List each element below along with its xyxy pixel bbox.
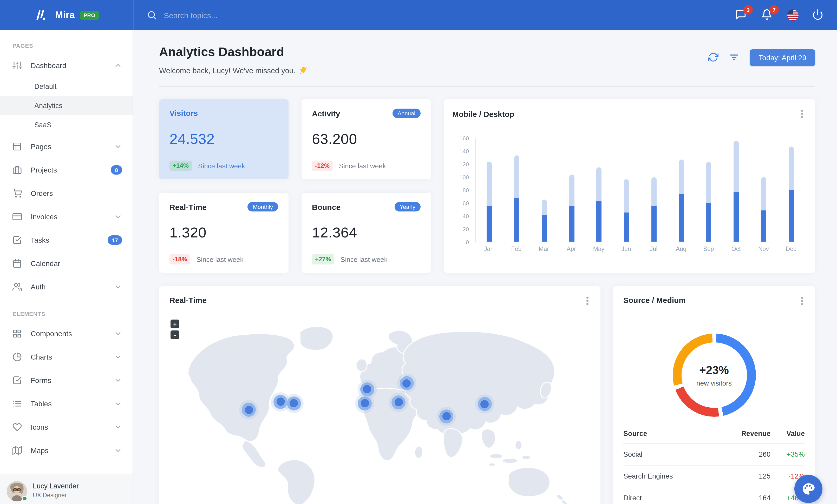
stat-caption: Since last week bbox=[197, 255, 244, 263]
sidebar-item-label: Forms bbox=[31, 376, 114, 384]
map-marker[interactable] bbox=[437, 407, 456, 426]
date-range-button[interactable]: Today: April 29 bbox=[750, 49, 815, 66]
brand[interactable]: Mira PRO bbox=[0, 9, 133, 21]
sidebar-item-label: Tables bbox=[31, 399, 114, 408]
revenue-cell: 125 bbox=[716, 465, 770, 487]
sidebar-item-projects[interactable]: Projects8 bbox=[0, 158, 132, 181]
sliders-icon bbox=[13, 60, 22, 70]
sidebar-item-label: Calendar bbox=[31, 259, 122, 267]
y-tick-label: 120 bbox=[459, 161, 469, 167]
refresh-icon bbox=[708, 52, 718, 62]
source-table-header: Revenue bbox=[716, 425, 770, 444]
welcome-message: Welcome back, Lucy! We've missed you. bbox=[159, 66, 307, 75]
source-cell: Search Engines bbox=[623, 465, 716, 487]
sidebar-item-components[interactable]: Components bbox=[0, 322, 132, 345]
search-icon bbox=[147, 10, 157, 20]
messages-button[interactable]: 3 bbox=[735, 9, 748, 21]
stat-caption: Since last week bbox=[339, 162, 386, 170]
refresh-button[interactable] bbox=[708, 52, 719, 63]
sidebar-item-dashboard[interactable]: Dashboard bbox=[0, 54, 132, 77]
sign-out-button[interactable] bbox=[812, 9, 824, 21]
search-input[interactable] bbox=[164, 11, 340, 19]
source-cell: Social bbox=[623, 444, 716, 465]
x-tick-label: Jan bbox=[475, 246, 503, 252]
sidebar-item-calendar[interactable]: Calendar bbox=[0, 251, 132, 275]
chevron-down-icon bbox=[114, 423, 122, 431]
sidebar-item-tables[interactable]: Tables bbox=[0, 392, 132, 415]
language-flag-us[interactable] bbox=[787, 10, 799, 21]
bar-sep bbox=[695, 162, 723, 242]
sidebar-item-label: Tasks bbox=[31, 236, 108, 244]
world-map-svg bbox=[164, 309, 595, 504]
stat-period-badge[interactable]: Monthly bbox=[248, 202, 278, 211]
header-divider bbox=[159, 86, 815, 87]
cart-icon bbox=[13, 188, 22, 198]
navbar-divider bbox=[133, 0, 133, 30]
sidebar-item-badge: 17 bbox=[108, 235, 122, 244]
table-row: Social260+35% bbox=[623, 444, 805, 465]
source-card-menu-button[interactable] bbox=[797, 295, 808, 307]
sidebar-item-label: Orders bbox=[31, 189, 122, 197]
stat-value: 1.320 bbox=[170, 224, 278, 241]
sidebar-item-badge: 8 bbox=[111, 165, 122, 174]
layout-icon bbox=[13, 142, 22, 151]
stat-period-badge[interactable]: Yearly bbox=[395, 202, 421, 211]
sidebar-item-icons[interactable]: Icons bbox=[0, 415, 132, 438]
x-tick-label: Dec bbox=[777, 246, 805, 252]
y-tick-label: 80 bbox=[463, 187, 469, 193]
bar-jul bbox=[640, 177, 668, 242]
y-tick-label: 60 bbox=[463, 200, 469, 206]
map-and-source-grid: Real-Time + - bbox=[159, 286, 815, 504]
sidebar-item-tasks[interactable]: Tasks17 bbox=[0, 228, 132, 251]
stat-value: 12.364 bbox=[312, 224, 421, 241]
map-icon bbox=[13, 446, 22, 455]
sidebar-item-forms[interactable]: Forms bbox=[0, 368, 132, 392]
map-marker[interactable] bbox=[389, 393, 408, 412]
user-role: UX Designer bbox=[33, 492, 79, 498]
chevron-down-icon bbox=[114, 399, 122, 408]
stat-card-realtime: Real-TimeMonthly1.320-18%Since last week bbox=[159, 193, 288, 273]
chart-card-menu-button[interactable] bbox=[797, 108, 808, 120]
x-tick-label: Mar bbox=[530, 246, 557, 252]
bar-dec bbox=[778, 147, 805, 242]
sidebar-item-charts[interactable]: Charts bbox=[0, 345, 132, 368]
grid-icon bbox=[13, 329, 22, 338]
map-zoom-in-button[interactable]: + bbox=[171, 320, 179, 329]
stat-value: 63.200 bbox=[312, 131, 421, 148]
stat-title: Activity bbox=[312, 109, 340, 118]
credit-card-icon bbox=[13, 212, 22, 221]
table-row: Direct164+46% bbox=[623, 487, 805, 504]
stat-title: Visitors bbox=[170, 109, 198, 117]
map-marker[interactable] bbox=[284, 394, 303, 413]
map-zoom-out-button[interactable]: - bbox=[171, 331, 179, 339]
bar-mar bbox=[531, 200, 558, 242]
sidebar-user-footer[interactable]: Lucy Lavender UX Designer bbox=[0, 474, 132, 504]
sidebar-item-maps[interactable]: Maps bbox=[0, 438, 132, 462]
map-marker[interactable] bbox=[475, 394, 494, 414]
map-marker[interactable] bbox=[397, 374, 416, 393]
sidebar-subitem-analytics[interactable]: Analytics bbox=[0, 96, 132, 115]
map-card-menu-button[interactable] bbox=[582, 295, 593, 307]
bar-jun bbox=[613, 179, 640, 242]
source-table-header: Source bbox=[623, 425, 716, 444]
sidebar-item-orders[interactable]: Orders bbox=[0, 181, 132, 205]
filter-button[interactable] bbox=[729, 52, 740, 63]
mira-logo-icon bbox=[34, 9, 50, 21]
stat-period-badge[interactable]: Annual bbox=[392, 109, 421, 118]
top-navbar: Mira PRO 3 7 bbox=[0, 0, 837, 30]
sidebar-item-pages[interactable]: Pages bbox=[0, 135, 132, 158]
bar-feb bbox=[503, 155, 531, 242]
sidebar-subitem-saas[interactable]: SaaS bbox=[0, 115, 132, 135]
filter-icon bbox=[729, 52, 739, 62]
sidebar-item-auth[interactable]: Auth bbox=[0, 275, 132, 298]
x-tick-label: Aug bbox=[667, 246, 695, 252]
sidebar-nav: PAGESDashboardDefaultAnalyticsSaaSPagesP… bbox=[0, 30, 132, 485]
notifications-button[interactable]: 7 bbox=[761, 9, 773, 21]
bar-chart-plot bbox=[475, 138, 805, 242]
sidebar-subitem-default[interactable]: Default bbox=[0, 77, 132, 96]
x-tick-label: Jun bbox=[612, 246, 640, 252]
source-cell: Direct bbox=[623, 487, 716, 504]
theme-settings-fab[interactable] bbox=[795, 475, 822, 503]
power-icon bbox=[812, 9, 823, 20]
sidebar-item-invoices[interactable]: Invoices bbox=[0, 205, 132, 228]
